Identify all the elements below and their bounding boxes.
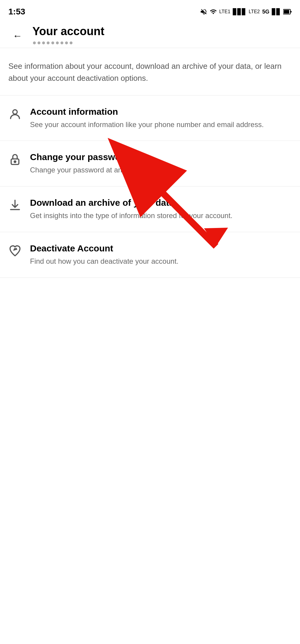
change-password-icon-wrap xyxy=(8,152,30,166)
account-information-title: Account information xyxy=(30,106,292,117)
status-icons: LTE1 ▊▊▊ LTE2 5G ▊▊ xyxy=(200,8,292,15)
account-information-desc: See your account information like your p… xyxy=(30,120,292,130)
deactivate-account-text: Deactivate Account Find out how you can … xyxy=(30,243,292,267)
change-password-item[interactable]: Change your password Change your passwor… xyxy=(0,141,300,187)
description-text: See information about your account, down… xyxy=(8,60,292,84)
menu-list: Account information See your account inf… xyxy=(0,96,300,278)
nav-bar: ← Your account ●●●●●●●●● xyxy=(0,21,300,48)
download-icon xyxy=(8,199,22,212)
status-bar: 1:53 LTE1 ▊▊▊ LTE2 5G ▊▊ xyxy=(0,0,300,21)
account-information-icon-wrap xyxy=(8,106,30,121)
broken-heart-icon xyxy=(8,244,22,257)
change-password-text: Change your password Change your passwor… xyxy=(30,152,292,175)
svg-rect-1 xyxy=(284,10,289,14)
lock-icon xyxy=(8,153,22,166)
download-archive-desc: Get insights into the type of informatio… xyxy=(30,211,292,221)
svg-point-2 xyxy=(13,110,17,114)
lte1-label: LTE1 xyxy=(219,9,230,14)
page-title: Your account xyxy=(32,25,104,38)
person-icon xyxy=(8,108,22,121)
back-button[interactable]: ← xyxy=(8,27,26,45)
account-username: ●●●●●●●●● xyxy=(32,39,104,47)
mute-icon xyxy=(200,8,207,15)
download-archive-item[interactable]: Download an archive of your data Get ins… xyxy=(0,187,300,232)
change-password-desc: Change your password at any time. xyxy=(30,165,292,175)
account-information-item[interactable]: Account information See your account inf… xyxy=(0,96,300,141)
status-time: 1:53 xyxy=(8,7,25,17)
wifi-icon xyxy=(210,8,217,15)
change-password-title: Change your password xyxy=(30,152,292,163)
deactivate-account-icon-wrap xyxy=(8,243,30,257)
deactivate-account-desc: Find out how you can deactivate your acc… xyxy=(30,256,292,267)
signal-bars-1: ▊▊▊ xyxy=(233,8,246,15)
account-information-text: Account information See your account inf… xyxy=(30,106,292,130)
battery-icon xyxy=(283,9,292,15)
lte2-label: LTE2 xyxy=(249,9,260,14)
nav-title-area: Your account ●●●●●●●●● xyxy=(32,25,104,47)
deactivate-account-item[interactable]: Deactivate Account Find out how you can … xyxy=(0,232,300,278)
download-archive-text: Download an archive of your data Get ins… xyxy=(30,197,292,221)
5g-label: 5G xyxy=(262,9,269,15)
description-area: See information about your account, down… xyxy=(0,48,300,96)
deactivate-account-title: Deactivate Account xyxy=(30,243,292,254)
back-arrow-icon: ← xyxy=(13,30,22,41)
svg-point-4 xyxy=(14,161,16,163)
download-archive-title: Download an archive of your data xyxy=(30,197,292,208)
signal-bars-2: ▊▊ xyxy=(272,8,281,15)
download-archive-icon-wrap xyxy=(8,197,30,212)
